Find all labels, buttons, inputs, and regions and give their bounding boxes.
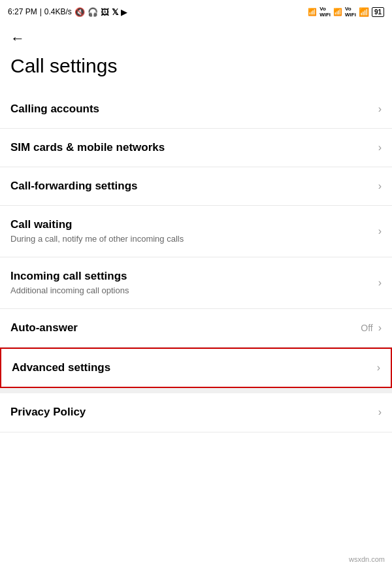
item-content-sim-cards: SIM cards & mobile networks	[10, 140, 376, 155]
settings-item-advanced[interactable]: Advanced settings ›	[0, 348, 392, 388]
chevron-icon-advanced: ›	[377, 362, 380, 374]
item-right-calling-accounts: ›	[376, 103, 382, 115]
item-title-auto-answer: Auto-answer	[10, 321, 361, 335]
youtube-icon: ▶	[121, 7, 127, 17]
settings-item-auto-answer[interactable]: Auto-answer Off ›	[0, 309, 392, 348]
item-title-call-forwarding: Call-forwarding settings	[10, 179, 376, 193]
screenshot-icon: 🖼	[101, 7, 109, 17]
chevron-icon-call-forwarding: ›	[378, 180, 382, 192]
item-title-sim-cards: SIM cards & mobile networks	[10, 140, 376, 155]
item-content-privacy-policy: Privacy Policy	[10, 405, 376, 419]
settings-list: Calling accounts › SIM cards & mobile ne…	[0, 90, 392, 388]
item-right-call-forwarding: ›	[376, 180, 382, 192]
settings-item-call-waiting[interactable]: Call waiting During a call, notify me of…	[0, 206, 392, 257]
page-title: Call settings	[0, 51, 392, 90]
settings-item-sim-cards[interactable]: SIM cards & mobile networks ›	[0, 129, 392, 167]
back-area[interactable]: ←	[0, 24, 392, 51]
item-right-advanced: ›	[374, 362, 380, 374]
settings-item-incoming-call[interactable]: Incoming call settings Additional incomi…	[0, 257, 392, 309]
headset-icon: 🎧	[88, 7, 98, 17]
settings-item-privacy-policy[interactable]: Privacy Policy ›	[0, 393, 392, 432]
auto-answer-value: Off	[361, 323, 372, 333]
battery-icon: 91	[372, 7, 384, 17]
item-content-call-forwarding: Call-forwarding settings	[10, 179, 376, 193]
item-title-advanced: Advanced settings	[12, 361, 374, 375]
status-data: |	[40, 7, 42, 16]
item-title-calling-accounts: Calling accounts	[10, 102, 376, 116]
twitter-icon: 𝕏	[112, 7, 118, 17]
item-content-calling-accounts: Calling accounts	[10, 102, 376, 116]
settings-item-calling-accounts[interactable]: Calling accounts ›	[0, 90, 392, 129]
chevron-icon-sim-cards: ›	[378, 142, 382, 154]
chevron-icon-call-waiting: ›	[378, 225, 382, 237]
settings-item-call-forwarding[interactable]: Call-forwarding settings ›	[0, 167, 392, 206]
status-time: 6:27 PM	[8, 7, 37, 16]
mute-icon: 🔇	[74, 7, 85, 17]
vo-wifi-label: VoWiFi	[319, 6, 331, 18]
item-content-incoming-call: Incoming call settings Additional incomi…	[10, 269, 376, 297]
chevron-icon-privacy-policy: ›	[378, 406, 382, 418]
item-subtitle-call-waiting: During a call, notify me of other incomi…	[10, 234, 376, 245]
item-title-call-waiting: Call waiting	[10, 218, 376, 232]
item-title-privacy-policy: Privacy Policy	[10, 405, 376, 419]
item-right-call-waiting: ›	[376, 225, 382, 237]
signal-icon-2: 📶	[333, 8, 342, 16]
item-right-auto-answer: Off ›	[361, 322, 382, 334]
status-left: 6:27 PM | 0.4KB/s 🔇 🎧 🖼 𝕏 ▶	[8, 7, 127, 17]
back-button[interactable]: ←	[10, 30, 25, 46]
item-content-call-waiting: Call waiting During a call, notify me of…	[10, 218, 376, 245]
status-speed: 0.4KB/s	[44, 7, 72, 16]
item-title-incoming-call: Incoming call settings	[10, 269, 376, 284]
signal-icon: 📶	[308, 8, 317, 16]
item-right-sim-cards: ›	[376, 142, 382, 154]
item-right-incoming-call: ›	[376, 277, 382, 289]
chevron-icon-calling-accounts: ›	[378, 103, 382, 115]
item-right-privacy-policy: ›	[376, 406, 382, 418]
vo-wifi-label-2: VoWiFi	[345, 6, 356, 18]
wifi-icon: 📶	[359, 7, 369, 17]
item-content-advanced: Advanced settings	[12, 361, 374, 375]
section-divider	[0, 388, 392, 393]
chevron-icon-incoming-call: ›	[378, 277, 382, 289]
bottom-settings-list: Privacy Policy ›	[0, 393, 392, 432]
status-right: 📶 VoWiFi 📶 VoWiFi 📶 91	[308, 6, 384, 18]
watermark: wsxdn.com	[347, 555, 387, 564]
chevron-icon-auto-answer: ›	[378, 322, 382, 334]
item-content-auto-answer: Auto-answer	[10, 321, 361, 335]
status-bar: 6:27 PM | 0.4KB/s 🔇 🎧 🖼 𝕏 ▶ 📶 VoWiFi 📶 V…	[0, 0, 392, 24]
item-subtitle-incoming-call: Additional incoming call options	[10, 285, 376, 297]
